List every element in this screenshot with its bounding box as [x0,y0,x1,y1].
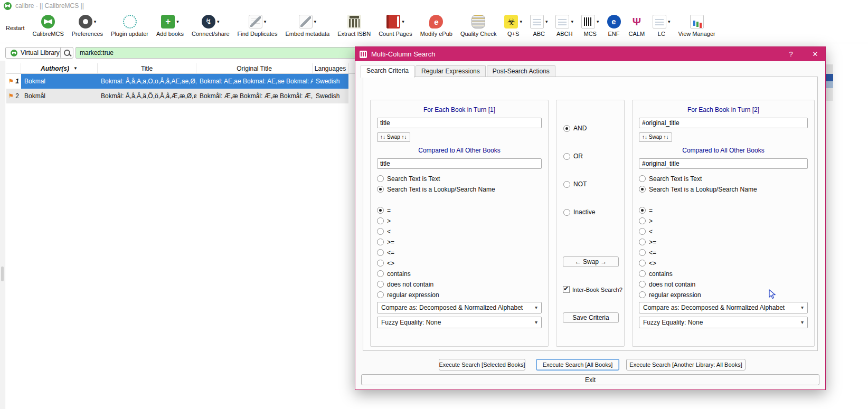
splitter-handle[interactable] [1,267,4,281]
swap-panels-button[interactable]: ← Swap → [563,256,619,267]
dropdown-caret-icon[interactable]: ▾ [520,19,522,24]
tab-search-criteria[interactable]: Search Criteria [361,65,414,78]
radio-label: Inactive [573,208,595,216]
execute-search-all-books-button[interactable]: Execute Search [All Books] [536,359,619,370]
toolbar-item-abc[interactable]: ▾ABC [529,13,550,43]
virtual-library-button[interactable]: Virtual Library [5,47,65,59]
operator-radio[interactable]: <> [639,260,808,267]
dialog-titlebar[interactable]: Multi-Column Search ? ✕ [355,47,825,61]
dropdown-caret-icon[interactable]: ▾ [668,19,671,24]
exit-button[interactable]: Exit [361,374,819,385]
toolbar-item-add-books[interactable]: ▾Add books [155,13,185,43]
dropdown-caret-icon[interactable]: ▾ [597,19,599,24]
logic-radio-and[interactable]: AND [563,125,587,132]
column-header-authors[interactable]: Author(s) ▼ [21,63,98,73]
operator-radio[interactable]: regular expression [639,291,808,299]
dropdown-caret-icon[interactable]: ▾ [545,19,548,24]
fuzzy-equality-combo[interactable]: Fuzzy Equality: None▾ [377,317,542,328]
operator-radio[interactable]: <= [639,249,808,256]
operator-radio[interactable]: < [639,228,808,235]
operator-radio[interactable]: = [377,207,542,214]
toolbar-item-extract-isbn[interactable]: Extract ISBN [336,13,372,43]
toolbar-item-quality-check[interactable]: Quality Check [459,13,498,43]
text-mode-radio[interactable]: Search Text is a Lookup/Search Name [639,186,808,193]
add-books-icon [161,15,175,28]
dropdown-caret-icon[interactable]: ▾ [217,19,220,24]
column-header-index[interactable] [6,63,21,73]
radio-icon [639,260,646,267]
dropdown-caret-icon[interactable]: ▾ [402,19,404,24]
operator-radio[interactable]: regular expression [377,291,542,299]
text-mode-radio[interactable]: Search Text is a Lookup/Search Name [377,186,542,193]
execute-search-selected-books-button[interactable]: Execute Search [Selected Books] [439,359,525,370]
toolbar-item-label: ENF [608,31,620,37]
dropdown-caret-icon[interactable]: ▾ [264,19,267,24]
tab-post-search-actions[interactable]: Post-Search Actions [487,65,555,77]
logic-radio-inactive[interactable]: Inactive [563,208,595,216]
column-header-languages[interactable]: Languages [313,63,348,73]
toolbar-item-mcs[interactable]: ▾MCS [580,13,601,43]
radio-icon [377,291,384,298]
radio-label: Search Text is a Lookup/Search Name [649,186,757,193]
column-header-original-title[interactable]: Original Title [196,63,313,73]
tab-regular-expressions[interactable]: Regular Expressions [416,65,486,77]
column-header-title[interactable]: Title [98,63,196,73]
toolbar-item-view-manager[interactable]: View Manager [677,13,717,43]
operator-radio[interactable]: <= [377,249,542,256]
toolbar-item-preferences[interactable]: ▾Preferences [70,13,105,43]
operator-radio[interactable]: contains [639,270,808,278]
search-column-input[interactable] [377,118,542,128]
toolbar-item-plugin-updater[interactable]: Plugin updater [109,13,150,43]
toolbar-item-count-pages[interactable]: ▾Count Pages [377,13,414,43]
operator-radio[interactable]: < [377,228,542,235]
operator-radio[interactable]: <> [377,260,542,267]
compare-column-input[interactable] [377,158,542,169]
dropdown-caret-icon[interactable]: ▾ [176,19,179,24]
operator-radio[interactable]: > [377,217,542,225]
help-button[interactable]: ? [781,47,801,61]
save-criteria-button[interactable]: Save Criteria [563,312,619,323]
toolbar-item-modify-epub[interactable]: Modify ePub [419,13,454,43]
text-mode-radio[interactable]: Search Text is Text [377,175,542,183]
operator-radio[interactable]: >= [377,239,542,246]
radio-icon [377,228,384,235]
operator-radio[interactable]: does not contain [377,281,542,288]
logic-radio-not[interactable]: NOT [563,180,587,188]
compare-heading: Compared to All Other Books [377,147,542,154]
operator-radio[interactable]: contains [377,270,542,278]
operator-radio[interactable]: does not contain [639,281,808,288]
search-button[interactable] [60,47,73,59]
toolbar-item-calibremcs[interactable]: CalibreMCS [31,13,65,43]
splitter-strip[interactable] [0,61,5,409]
dropdown-caret-icon[interactable]: ▾ [571,19,573,24]
execute-search-another-library-button[interactable]: Execute Search [Another Library: All Boo… [626,359,746,370]
swap-fields-button[interactable]: ↑↓ Swap ↑↓ [377,132,410,142]
red-book-icon [386,15,400,28]
close-icon[interactable]: ✕ [805,47,825,61]
operator-radio[interactable]: > [639,217,808,225]
dropdown-caret-icon[interactable]: ▾ [314,19,317,24]
operator-radio[interactable]: >= [639,239,808,246]
toolbar-item-lc[interactable]: ▾LC [651,13,672,43]
toolbar-item-connect-share[interactable]: ▾Connect/share [190,13,231,43]
toolbar-item-abch[interactable]: ▾ABCH [554,13,575,43]
text-mode-radio[interactable]: Search Text is Text [639,175,808,183]
toolbar-item-calm[interactable]: CALM [627,13,647,43]
toolbar-item-embed-metadata[interactable]: ▾Embed metadata [284,13,331,43]
toolbar-item-enf[interactable]: ENF [606,13,622,43]
search-column-input[interactable] [639,118,808,128]
compare-column-input[interactable] [639,158,808,169]
compare-as-combo[interactable]: Compare as: Decomposed & Normalized Alph… [639,302,808,313]
swap-fields-button[interactable]: ↑↓ Swap ↑↓ [639,132,672,142]
toolbar-item-find-duplicates[interactable]: ▾Find Duplicates [236,13,279,43]
dropdown-caret-icon[interactable]: ▾ [94,19,97,24]
inter-book-search-checkbox[interactable]: Inter-Book Search? [563,286,622,293]
toolbar-item-restart[interactable]: Restart [4,13,26,43]
compare-as-combo[interactable]: Compare as: Decomposed & Normalized Alph… [377,302,542,313]
radio-label: AND [573,125,587,132]
fuzzy-equality-combo[interactable]: Fuzzy Equality: None▾ [639,317,808,328]
logic-radio-or[interactable]: OR [563,153,583,160]
toolbar-item-label: ABCH [556,31,573,37]
toolbar-item-q-s[interactable]: ▾Q+S [503,13,524,43]
operator-radio[interactable]: = [639,207,808,214]
